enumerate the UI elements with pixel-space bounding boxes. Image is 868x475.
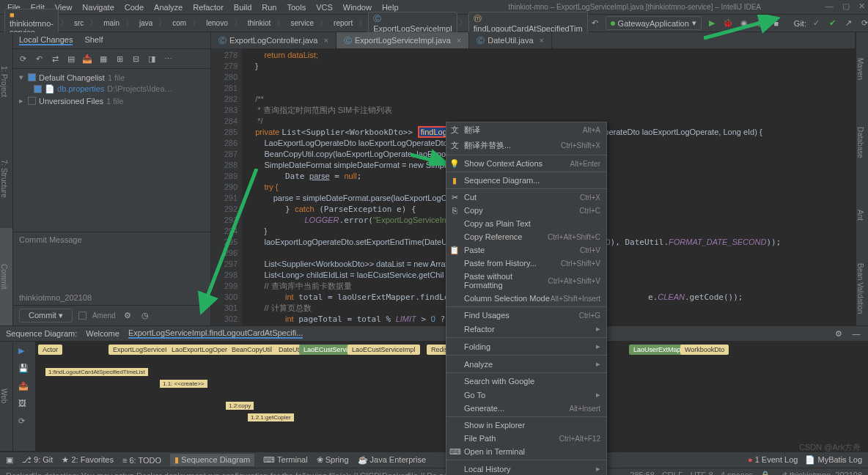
seq-msg-0[interactable]: 1:findLogoutCardAtSpecifiedTimeList [45, 368, 148, 376]
gutter[interactable]: 2782792802812822832842852862872882892902… [211, 48, 242, 325]
crumb-report[interactable]: report [329, 18, 357, 28]
lifeline-actor[interactable]: Actor [38, 345, 62, 355]
cm-goto[interactable]: Go To▸ [446, 388, 606, 402]
commit-button[interactable]: Commit ▾ [19, 309, 73, 323]
changed-file-row[interactable]: 📄 db.properties D:\Projects\IdeaProjects… [16, 83, 207, 95]
seq-tab-current[interactable]: ExportLogServiceImpl.findLogoutCardAtSpe… [128, 328, 303, 339]
bb-terminal[interactable]: ⌨ Terminal [263, 455, 307, 465]
menu-vcs[interactable]: VCS [312, 1, 337, 13]
close-icon[interactable]: × [457, 36, 461, 45]
minimize-icon[interactable]: — [825, 1, 834, 11]
bb-spring[interactable]: ❀ Spring [317, 455, 349, 465]
expand-icon[interactable]: ⊞ [113, 52, 126, 65]
amend-checkbox[interactable] [78, 312, 87, 320]
group-icon[interactable]: ▦ [97, 52, 110, 65]
status-enc[interactable]: UTF-8 [691, 471, 713, 475]
commit-icon[interactable]: ✔ [827, 18, 839, 29]
cm-translate[interactable]: 文翻译Alt+A [446, 122, 606, 138]
cm-generate[interactable]: Generate...Alt+Insert [446, 402, 606, 415]
lifeline-workbookdto[interactable]: WorkbookDto [680, 345, 729, 355]
tab-exportlogserviceimpl[interactable]: ⒸExportLogServiceImpl.java× [336, 32, 469, 48]
bb-favorites[interactable]: ★ 2: Favorites [62, 455, 114, 465]
history2-icon[interactable]: ◷ [139, 310, 151, 322]
seq-tab-welcome[interactable]: Welcome [86, 329, 119, 338]
refresh-seq-icon[interactable]: ⟳ [18, 416, 30, 428]
diff-icon[interactable]: ⇄ [48, 52, 62, 65]
menu-build[interactable]: Build [229, 1, 256, 13]
run-config-selector[interactable]: GatewayApplication ▾ [606, 16, 702, 30]
cm-paste[interactable]: 📋PasteCtrl+V [446, 243, 606, 257]
gear-icon[interactable]: ⚙ [833, 328, 845, 339]
preview-icon[interactable]: ◨ [145, 52, 158, 65]
cm-local-history[interactable]: Local History▸ [446, 462, 606, 475]
coverage-icon[interactable]: ◉ [738, 18, 750, 29]
changelist-icon[interactable]: ▤ [65, 52, 78, 65]
bb-javaee[interactable]: ☕ Java Enterprise [358, 455, 427, 465]
cm-folding[interactable]: Folding▸ [446, 339, 606, 353]
seq-msg-2[interactable]: 1.2:copy [226, 402, 254, 410]
tab-exportlogcontroller[interactable]: ⒸExportLogController.java× [211, 32, 336, 48]
bb-todo[interactable]: ≡ 6: TODO [122, 456, 161, 465]
cm-cut[interactable]: ✂CutCtrl+X [446, 191, 606, 204]
toolwin-database[interactable]: Database [856, 106, 868, 179]
bb-seqdiagram[interactable]: ▮ Sequence Diagram [170, 454, 254, 466]
status-branch[interactable]: ⎇ thinkiotmno_202108 [778, 471, 862, 475]
menu-refactor[interactable]: Refactor [188, 1, 228, 13]
crumb-java[interactable]: java [135, 18, 157, 28]
image-icon[interactable]: 🖼 [18, 399, 30, 410]
lifeline-beancopy[interactable]: BeanCopyUtil [227, 345, 276, 355]
cm-copy[interactable]: ⎘CopyCtrl+C [446, 204, 606, 217]
chevron-down-icon[interactable]: ▾ [18, 73, 25, 82]
toolwin-maven[interactable]: Maven [856, 32, 868, 106]
bb-mybatis[interactable]: 📄 MyBatis Log [805, 455, 862, 465]
close-icon[interactable]: × [540, 36, 544, 45]
crumb-service[interactable]: service [286, 18, 318, 28]
toolwin-commit[interactable]: Commit [0, 228, 13, 325]
lock-icon[interactable]: 🔒 [760, 471, 770, 475]
status-spaces[interactable]: 4 spaces [721, 471, 753, 475]
history-icon[interactable]: ⟳ [859, 18, 868, 29]
lifeline-ecustimpl[interactable]: LaoECustServiceImpl [347, 345, 420, 355]
cm-copy-plain[interactable]: Copy as Plain Text [446, 217, 606, 230]
crumb-thinkiot[interactable]: thinkiot [243, 18, 276, 28]
cm-show-explorer[interactable]: Show in Explorer [446, 419, 606, 432]
cm-copy-ref[interactable]: Copy ReferenceCtrl+Alt+Shift+C [446, 230, 606, 243]
crumb-src[interactable]: src [70, 18, 88, 28]
cm-paste-noformat[interactable]: Paste without FormattingCtrl+Alt+Shift+V [446, 270, 606, 292]
cm-analyze[interactable]: Analyze▸ [446, 357, 606, 371]
toolwin-bean[interactable]: Bean Validation [856, 252, 868, 325]
cm-search-google[interactable]: Search with Google [446, 375, 606, 388]
save-icon[interactable]: 💾 [18, 364, 30, 375]
run-icon[interactable]: ▶ [706, 18, 718, 29]
push-icon[interactable]: ↗ [843, 18, 855, 29]
menu-navigate[interactable]: Navigate [78, 1, 118, 13]
menu-analyze[interactable]: Analyze [150, 1, 187, 13]
crumb-lenovo[interactable]: lenovo [202, 18, 232, 28]
checkbox[interactable] [28, 73, 36, 81]
close-icon[interactable]: × [323, 36, 328, 45]
hide-icon[interactable]: — [850, 328, 862, 339]
changelist-row[interactable]: ▾ Default Changelist 1 file [16, 72, 207, 83]
gear-icon[interactable]: ⚙ [122, 310, 133, 322]
profile-icon[interactable]: ⏱ [754, 18, 766, 29]
cm-translate-replace[interactable]: 文翻译并替换...Ctrl+Shift+X [446, 138, 606, 153]
cm-refactor[interactable]: Refactor▸ [446, 322, 606, 336]
unversioned-row[interactable]: ▸ Unversioned Files 1 file [16, 95, 207, 106]
shelve-icon[interactable]: 📥 [81, 52, 94, 65]
toolwin-status-icon[interactable]: ▣ [6, 455, 13, 465]
bb-git[interactable]: ⎇ 9: Git [22, 455, 53, 465]
checkbox[interactable] [34, 85, 42, 93]
run-seq-icon[interactable]: ▶ [18, 346, 30, 358]
maximize-icon[interactable]: ▢ [842, 1, 850, 11]
cm-find-usages[interactable]: Find UsagesCtrl+G [446, 309, 606, 322]
cm-open-terminal[interactable]: ⌨Open in Terminal [446, 445, 606, 458]
menu-run[interactable]: Run [257, 1, 281, 13]
debug-icon[interactable]: 🐞 [722, 18, 734, 29]
collapse-icon[interactable]: ⊟ [129, 52, 142, 65]
export-icon[interactable]: 📤 [18, 381, 30, 393]
tab-shelf[interactable]: Shelf [84, 35, 103, 45]
seq-msg-1[interactable]: 1.1: <<create>> [160, 380, 207, 388]
toolwin-ant[interactable]: Ant [856, 179, 868, 252]
refresh-icon[interactable]: ⟳ [16, 52, 29, 65]
more-icon[interactable]: ⋯ [161, 52, 174, 65]
